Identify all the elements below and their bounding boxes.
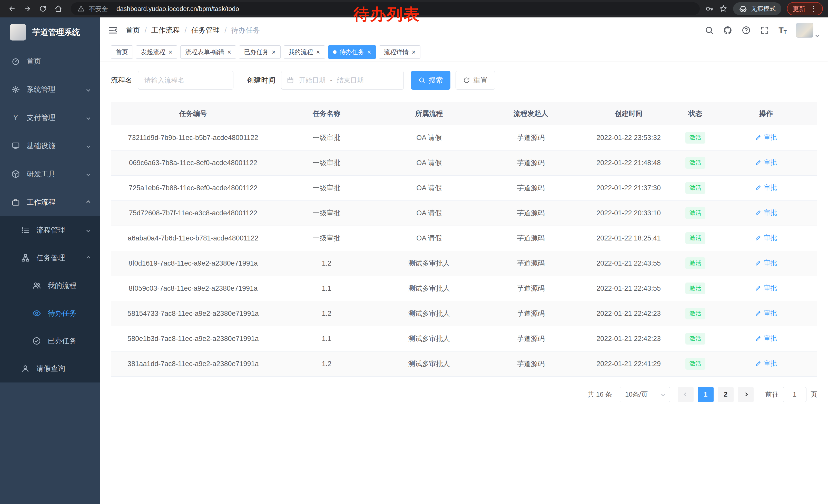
incognito-label: 无痕模式 — [751, 5, 776, 13]
tab-close-icon[interactable]: × — [169, 49, 172, 55]
approve-link[interactable]: 审批 — [755, 259, 777, 267]
goto-page-input[interactable] — [783, 387, 806, 402]
sidebar-item-workflow[interactable]: 工作流程 — [0, 188, 100, 216]
browser-reload-button[interactable] — [36, 2, 50, 16]
tab-close-icon[interactable]: × — [227, 49, 231, 55]
tab-my-process[interactable]: 我的流程 × — [284, 45, 325, 59]
approve-link[interactable]: 审批 — [755, 158, 777, 167]
calendar-icon — [287, 77, 294, 84]
date-range-picker[interactable]: 开始日期 - 结束日期 — [281, 71, 404, 90]
prev-page-button[interactable] — [678, 387, 694, 402]
status-badge: 激活 — [686, 132, 705, 144]
avatar[interactable] — [796, 23, 813, 38]
column-status: 状态 — [676, 102, 715, 125]
tab-close-icon[interactable]: × — [412, 49, 416, 55]
search-button[interactable]: 搜索 — [411, 71, 450, 90]
browser-home-button[interactable] — [51, 2, 65, 16]
browser-back-button[interactable] — [5, 2, 19, 16]
approve-link[interactable]: 审批 — [755, 309, 777, 318]
browser-forward-button[interactable] — [20, 2, 34, 16]
approve-link[interactable]: 审批 — [755, 208, 777, 217]
hamburger-icon — [108, 25, 118, 35]
cell-process: 测试多审批人 — [378, 301, 480, 326]
tab-start-process[interactable]: 发起流程 × — [136, 45, 177, 59]
filter-bar: 流程名 创建时间 开始日期 - 结束日期 搜索 重置 — [111, 71, 817, 90]
edit-icon — [755, 235, 761, 241]
warning-icon — [78, 5, 85, 12]
tab-close-icon[interactable]: × — [367, 49, 371, 55]
approve-link[interactable]: 审批 — [755, 133, 777, 142]
search-icon — [418, 77, 425, 84]
tab-done-task[interactable]: 已办任务 × — [239, 45, 280, 59]
browser-menu-icon[interactable]: ⋮ — [810, 5, 817, 12]
chevron-down-icon — [661, 393, 665, 397]
tab-home[interactable]: 首页 — [111, 45, 133, 59]
cell-task-id: 8f0d1619-7ac8-11ec-a9e2-a2380e71991a — [111, 251, 276, 276]
cell-task-name: 1.2 — [276, 251, 378, 276]
user-menu[interactable] — [796, 23, 819, 38]
approve-link[interactable]: 审批 — [755, 183, 777, 192]
cell-task-name: 一级审批 — [276, 125, 378, 150]
approve-link[interactable]: 审批 — [755, 233, 777, 242]
goto-label: 前往 — [765, 390, 779, 399]
font-size-icon[interactable]: TT — [779, 26, 787, 35]
chevron-down-icon — [86, 144, 90, 148]
fullscreen-icon[interactable] — [760, 26, 769, 35]
table-row: 8f059c03-7ac8-11ec-a9e2-a2380e71991a 1.1… — [111, 276, 817, 301]
edit-icon — [755, 285, 761, 291]
sidebar-item-payment[interactable]: ¥ 支付管理 — [0, 103, 100, 132]
tab-process-form-edit[interactable]: 流程表单-编辑 × — [180, 45, 236, 59]
help-icon[interactable] — [742, 26, 751, 35]
cell-task-id: 73211d9d-7b9b-11ec-b5b7-acde48001122 — [111, 125, 276, 150]
tab-process-detail[interactable]: 流程详情 × — [379, 45, 420, 59]
cell-task-id: 580e1b3d-7ac8-11ec-a9e2-a2380e71991a — [111, 326, 276, 351]
page-button-1[interactable]: 1 — [698, 387, 714, 402]
address-bar[interactable]: 不安全 dashboard.yudao.iocoder.cn/bpm/task/… — [71, 2, 700, 15]
sidebar-item-task-mgmt[interactable]: 任务管理 — [0, 244, 100, 272]
cell-starter: 芋道源码 — [480, 226, 581, 251]
process-name-input[interactable] — [138, 71, 234, 90]
breadcrumb-separator: / — [145, 26, 147, 34]
sidebar-item-my-process[interactable]: 我的流程 — [0, 272, 100, 300]
bookmark-star-icon[interactable] — [719, 5, 728, 13]
approve-link[interactable]: 审批 — [755, 283, 777, 292]
sidebar-item-system[interactable]: 系统管理 — [0, 75, 100, 103]
edit-icon — [755, 260, 761, 266]
key-icon[interactable] — [705, 5, 714, 13]
cell-task-id: 725a1eb6-7b88-11ec-8ef0-acde48001122 — [111, 175, 276, 200]
approve-link[interactable]: 审批 — [755, 334, 777, 343]
page-size-select[interactable]: 10条/页 — [620, 387, 670, 402]
cell-process: 测试多审批人 — [378, 251, 480, 276]
update-label: 更新 — [793, 5, 805, 13]
cell-created: 2022-01-21 22:41:29 — [581, 351, 676, 376]
breadcrumb-item[interactable]: 任务管理 — [191, 26, 220, 35]
sidebar-item-process-mgmt[interactable]: 流程管理 — [0, 216, 100, 244]
sidebar-item-devtools[interactable]: 研发工具 — [0, 160, 100, 188]
cell-task-name: 一级审批 — [276, 175, 378, 200]
sidebar-item-done-task[interactable]: 已办任务 — [0, 327, 100, 355]
breadcrumb-item[interactable]: 工作流程 — [151, 26, 180, 35]
reset-button[interactable]: 重置 — [456, 71, 495, 90]
github-icon[interactable] — [723, 26, 732, 35]
approve-link[interactable]: 审批 — [755, 359, 777, 368]
cell-process: 测试多审批人 — [378, 326, 480, 351]
sidebar-item-leave-query[interactable]: 请假查询 — [0, 355, 100, 382]
sidebar-item-infra[interactable]: 基础设施 — [0, 132, 100, 160]
tab-close-icon[interactable]: × — [272, 49, 276, 55]
cell-created: 2022-01-22 21:48:48 — [581, 150, 676, 175]
breadcrumb-separator: / — [185, 26, 187, 34]
tab-todo-task[interactable]: 待办任务 × — [328, 45, 376, 59]
page-button-2[interactable]: 2 — [718, 387, 734, 402]
sidebar-item-home[interactable]: 首页 — [0, 47, 100, 75]
column-task-name: 任务名称 — [276, 102, 378, 125]
breadcrumb-item[interactable]: 首页 — [126, 26, 140, 35]
chevron-left-icon — [684, 393, 688, 397]
cell-task-id: a6aba0a4-7b6d-11ec-b781-acde48001122 — [111, 226, 276, 251]
list-icon — [21, 226, 30, 235]
sidebar-item-todo-task[interactable]: 待办任务 — [0, 300, 100, 327]
search-icon[interactable] — [705, 26, 714, 35]
sidebar-toggle-button[interactable] — [108, 25, 118, 35]
browser-update-button[interactable]: 更新 ⋮ — [787, 2, 823, 15]
tab-close-icon[interactable]: × — [316, 49, 320, 55]
next-page-button[interactable] — [738, 387, 754, 402]
